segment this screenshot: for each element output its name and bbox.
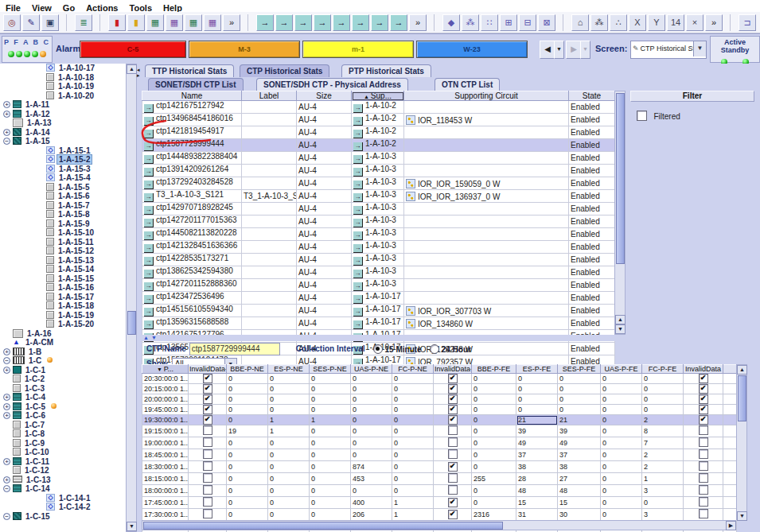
cell-fe-value[interactable]: 0 [472, 449, 516, 461]
cell-ne-value[interactable]: 0 [310, 384, 351, 394]
table-row[interactable]: →ctp13914209261264AU-4→1-A-10-3Enabled [142, 165, 615, 177]
tree-node-1-A-13[interactable]: 1-A-13 [0, 118, 126, 128]
invaliddata-fe-unchecked[interactable] [448, 473, 458, 483]
cell-state[interactable]: Enabled [569, 216, 615, 228]
column-header-sup-[interactable]: ▲ Sup... [352, 91, 404, 101]
cell-fe-value[interactable]: 39 [558, 425, 601, 437]
cell-fe-value[interactable]: 0 [601, 374, 642, 384]
cell-fe-value[interactable]: 0 [601, 437, 642, 449]
cell-ne-value[interactable]: 0 [392, 394, 434, 405]
expand-icon[interactable]: + [3, 348, 10, 355]
cell-fe-value[interactable]: 39 [516, 425, 558, 437]
tree-node-1-A-15-7[interactable]: 1-A-15-7 [0, 201, 126, 211]
column-header-es-p-fe[interactable]: ES-P-FE [516, 365, 558, 374]
invaliddata-2-unchecked[interactable] [699, 509, 708, 518]
forward-button[interactable]: ▶ [566, 41, 582, 59]
cell-ne-value[interactable]: 0 [351, 394, 392, 405]
cell-ne-value[interactable]: 0 [392, 461, 434, 473]
tree-node-1-A-15-15[interactable]: 1-A-15-15 [0, 274, 126, 284]
cell-invaliddata-fe[interactable] [434, 485, 472, 497]
cell-ne-value[interactable]: 0 [268, 485, 310, 497]
tree-node-1-A-15[interactable]: −1-A-15 [0, 137, 126, 146]
cell-fe-value[interactable]: 0 [601, 384, 642, 394]
cell-label[interactable] [242, 165, 297, 177]
cell-ne-value[interactable]: 1 [268, 415, 310, 425]
tree-node-1-A-15-13[interactable]: 1-A-15-13 [0, 256, 126, 266]
invaliddata-ne-unchecked[interactable] [203, 437, 212, 447]
tree-node-1-C-5[interactable]: +1-C-5 [0, 402, 126, 412]
cell-supporting-circuit[interactable]: IOR_IOR_136937_0 W [404, 190, 569, 203]
tree-node-1-C-4[interactable]: +1-C-4 [0, 393, 126, 402]
radio-15-minute[interactable] [373, 344, 383, 354]
cell-fe-value[interactable]: 2 [642, 449, 684, 461]
scroll-down-icon[interactable]: ▼ [737, 511, 747, 521]
edit-icon[interactable]: ✎ [22, 14, 40, 31]
tab-ctp-historical-stats[interactable]: CTP Historical Stats [240, 64, 329, 77]
invaliddata-ne-unchecked[interactable] [203, 425, 212, 435]
cell-fe-value[interactable]: 0 [472, 461, 516, 473]
tree-node-1-A-10-17[interactable]: ◇1-A-10-17 [0, 64, 126, 73]
inventory2-icon[interactable]: ▦ [204, 14, 221, 31]
invaliddata-2-unchecked[interactable] [699, 473, 708, 483]
ttp-nav-icon[interactable]: → [275, 14, 293, 31]
cell-supporting[interactable]: →1-A-10-3 [352, 279, 404, 292]
column-header-fc-p-ne[interactable]: FC-P-NE [392, 365, 434, 374]
cell-ne-value[interactable]: 0 [392, 425, 434, 437]
cell-name[interactable]: →ctp1427201177015363 [142, 216, 242, 228]
cell-fe-value[interactable]: 0 [516, 405, 558, 415]
column-header-bbe-p-fe[interactable]: BBE-P-FE [472, 365, 516, 374]
cell-invaliddata-fe[interactable]: ✔ [434, 405, 472, 415]
cell-fe-value[interactable]: 48 [516, 485, 558, 497]
cell-fe-value[interactable]: 0 [558, 405, 601, 415]
cell-invaliddata-ne[interactable] [189, 437, 227, 449]
cell-size[interactable]: AU-4 [297, 139, 352, 152]
tree-node-1-A-14[interactable]: +1-A-14 [0, 128, 126, 138]
ctp-table-scrollbar[interactable]: ▲ ▼ [614, 91, 626, 335]
cell-period[interactable]: 18:00:00:0 1... [142, 485, 189, 497]
column-header-ses-p-fe[interactable]: SES-P-FE [558, 365, 601, 374]
cell-invaliddata-2[interactable]: ✔ [684, 415, 723, 425]
cell-invaliddata-fe[interactable] [434, 425, 472, 437]
tree-node-1-C-6[interactable]: +1-C-6 [0, 411, 126, 421]
cell-label[interactable] [242, 203, 297, 216]
cell-ne-value[interactable]: 0 [268, 497, 310, 509]
column-header-es-p-ne[interactable]: ES-P-NE [268, 365, 310, 374]
tree-node-1-A-10-18[interactable]: 1-A-10-18 [0, 73, 126, 83]
cell-fe-value[interactable]: 0 [601, 425, 642, 437]
cell-state[interactable]: Enabled [569, 139, 615, 152]
collapse-up-icon[interactable]: ▲ [143, 335, 149, 340]
tree-node-1-C-12[interactable]: 1-C-12 [0, 466, 126, 476]
cell-size[interactable]: AU-4 [297, 203, 352, 216]
y-axis-icon[interactable]: Y [648, 14, 665, 31]
cell-ne-value[interactable]: 19 [227, 425, 268, 437]
cell-fe-value[interactable]: 38 [558, 461, 601, 473]
cell-invaliddata-fe[interactable] [434, 437, 472, 449]
table-row[interactable]: →ctp1423472536496AU-4→1-A-10-17Enabled [142, 292, 615, 305]
tab-ttp-historical-stats[interactable]: TTP Historical Stats [145, 64, 234, 77]
split-pane-divider[interactable]: ▲▼ [137, 335, 760, 341]
cell-size[interactable]: AU-4 [297, 279, 352, 292]
cell-state[interactable]: Enabled [569, 152, 615, 165]
alarm-segment-m-1[interactable]: m-1 [302, 41, 414, 58]
invaliddata-ne-unchecked[interactable] [203, 485, 212, 495]
cell-supporting[interactable]: →1-A-10-3 [352, 266, 404, 279]
ctp-name-input[interactable] [189, 343, 280, 355]
scroll-down-icon[interactable]: ▼ [615, 324, 626, 334]
cell-ne-value[interactable]: 0 [227, 384, 268, 394]
cell-fe-value[interactable]: 255 [472, 473, 516, 485]
cell-ne-value[interactable]: 0 [227, 461, 268, 473]
column-header-invaliddata[interactable]: InvalidData [684, 365, 723, 374]
cell-label[interactable] [242, 177, 297, 190]
cell-invaliddata-ne[interactable] [189, 425, 227, 437]
cell-label[interactable] [242, 101, 297, 114]
overflow-icon[interactable]: » [223, 14, 240, 31]
lock-icon[interactable]: ▣ [41, 14, 59, 31]
ctp-table-scrollbar-thumb[interactable] [616, 93, 625, 264]
table-row[interactable]: →ctp137292403284528AU-4→1-A-10-3IOR_IOR_… [142, 177, 615, 190]
tree-node-1-A-15-18[interactable]: 1-A-15-18 [0, 301, 126, 311]
invaliddata-2-checked[interactable]: ✔ [699, 384, 708, 394]
cell-supporting[interactable]: →1-A-10-3 [352, 152, 404, 165]
table-row[interactable]: →ctp1421675127942AU-4→1-A-10-2Enabled [142, 101, 615, 114]
cell-supporting[interactable]: →1-A-10-2 [352, 114, 404, 126]
cell-period[interactable]: 19:45:00:0 1... [142, 405, 189, 415]
